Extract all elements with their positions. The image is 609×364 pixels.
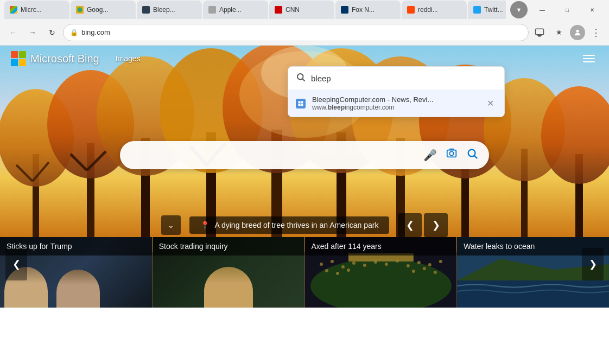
tab-apple[interactable]: Apple... (203, 1, 268, 19)
svg-line-66 (302, 79, 304, 81)
maximize-button[interactable]: □ (555, 0, 580, 20)
tab-cnn[interactable]: CNN (269, 1, 334, 19)
visual-search-button[interactable] (443, 145, 460, 164)
face-right (56, 270, 100, 308)
ms-logo-yellow (19, 59, 26, 66)
search-input[interactable] (129, 149, 417, 161)
reload-button[interactable]: ↻ (43, 24, 61, 41)
bing-logo-text: Microsoft Bing (30, 53, 99, 65)
svg-rect-1 (538, 34, 541, 35)
suggestion-url: www.bleepingcomputer.com (312, 104, 477, 111)
autocomplete-suggestion[interactable]: BleepingComputer.com - News, Revi... www… (288, 90, 504, 117)
tab-label-twitter: Twitt... (484, 6, 503, 14)
address-text: bing.com (81, 28, 522, 36)
tab-label-google: Goog... (87, 6, 108, 14)
tab-bleeping[interactable]: Bleep... (137, 1, 202, 19)
svg-point-38 (449, 151, 453, 155)
carousel-prev-caption[interactable]: ❮ (398, 213, 422, 237)
carousel-prev-button[interactable]: ❮ (5, 248, 27, 280)
ms-logo-green (19, 51, 26, 58)
address-bar-row: ← → ↻ 🔒 bing.com ★ ⋮ (0, 20, 609, 46)
tab-favicon-reddit (407, 6, 415, 14)
svg-point-65 (297, 74, 303, 80)
browser-window: Micrc... Goog... Bleep... Apple... CNN F… (0, 0, 609, 308)
tab-favicon-fox (341, 6, 348, 14)
svg-rect-0 (536, 29, 544, 35)
svg-rect-68 (301, 101, 303, 103)
bing-logo: Microsoft Bing (11, 51, 99, 66)
news-card-stock[interactable]: Stock trading inquiry (153, 237, 305, 308)
favorites-button[interactable]: ★ (550, 24, 568, 41)
suggestion-favicon (296, 99, 306, 108)
suggestion-text: BleepingComputer.com - News, Revi... www… (312, 95, 477, 111)
window-controls: — □ ✕ (530, 0, 605, 20)
tab-list-dropdown[interactable]: ▼ (510, 1, 528, 18)
autocomplete-search-row (288, 67, 504, 90)
menu-button[interactable]: ⋮ (587, 24, 605, 41)
suggestion-url-rest: ingcomputer.com (345, 104, 394, 111)
tab-reddit[interactable]: reddi... (402, 1, 467, 19)
suggestion-url-bold: bleep (328, 104, 345, 111)
tab-favicon-twitter (473, 6, 481, 14)
location-icon: 📍 (200, 221, 210, 229)
address-bar[interactable]: 🔒 bing.com (63, 24, 529, 41)
voice-search-button[interactable]: 🎤 (421, 146, 439, 164)
news-card-baseball[interactable]: Axed after 114 years (305, 237, 458, 308)
tab-favicon-microsoft (10, 6, 17, 14)
caption-bar: ⌄ 📍 A dying breed of tree thrives in an … (0, 213, 609, 237)
hamburger-line-2 (583, 58, 595, 59)
tab-favicon-apple (208, 6, 216, 14)
carousel-next-button[interactable]: ❯ (582, 248, 604, 280)
autocomplete-search-input[interactable] (311, 74, 497, 83)
svg-rect-69 (299, 104, 301, 106)
ms-logo-blue (11, 59, 18, 66)
carousel-next-caption[interactable]: ❯ (424, 213, 448, 237)
svg-line-40 (474, 156, 477, 158)
suggestion-title: BleepingComputer.com - News, Revi... (312, 95, 477, 104)
close-button[interactable]: ✕ (580, 0, 605, 20)
search-submit-button[interactable] (464, 145, 480, 164)
suggestion-close-button[interactable]: ✕ (484, 97, 497, 110)
tab-label-reddit: reddi... (418, 6, 438, 14)
news-card-title-3: Axed after 114 years (305, 237, 457, 256)
caption-location-text: A dying breed of tree thrives in an Amer… (215, 221, 379, 229)
svg-point-3 (576, 29, 579, 32)
autocomplete-dropdown: BleepingComputer.com - News, Revi... www… (288, 66, 505, 117)
tab-fox[interactable]: Fox N... (335, 1, 401, 19)
news-cards: Sticks up for Trump Stock trading inquir… (0, 237, 609, 308)
back-button[interactable]: ← (4, 24, 22, 41)
minimize-button[interactable]: — (530, 0, 555, 20)
tab-google[interactable]: Goog... (71, 1, 136, 19)
caption-text-box: 📍 A dying breed of tree thrives in an Am… (189, 216, 390, 234)
tab-label-fox: Fox N... (352, 6, 375, 14)
search-box: 🎤 (120, 141, 489, 169)
nav-link-images[interactable]: Images (116, 54, 141, 63)
title-bar: Micrc... Goog... Bleep... Apple... CNN F… (0, 0, 609, 20)
profile-button[interactable] (570, 25, 585, 40)
tab-twitter[interactable]: Twitt... (468, 1, 506, 19)
tab-label-cnn: CNN (286, 6, 300, 14)
svg-rect-70 (301, 104, 303, 106)
forward-button[interactable]: → (24, 24, 41, 41)
ms-logo-red (11, 51, 18, 58)
hamburger-line-3 (583, 61, 595, 62)
hamburger-menu[interactable] (580, 52, 598, 66)
tab-bar: Micrc... Goog... Bleep... Apple... CNN F… (4, 1, 506, 19)
tab-microsoft[interactable]: Micrc... (4, 1, 69, 19)
autocomplete-search-icon (296, 72, 306, 84)
tab-label-bleeping: Bleep... (153, 6, 175, 14)
tab-favicon-cnn (275, 6, 282, 14)
svg-point-39 (468, 150, 475, 157)
tab-favicon-google (76, 6, 84, 14)
hamburger-line-1 (583, 55, 595, 56)
bing-nav-right (580, 52, 598, 66)
search-box-container: 🎤 (120, 141, 489, 169)
screen-cast-button[interactable] (531, 24, 548, 41)
tab-label-microsoft: Micrc... (21, 6, 42, 14)
svg-rect-67 (299, 101, 301, 103)
tab-favicon-bleeping (142, 6, 150, 14)
tab-label-apple: Apple... (219, 6, 242, 14)
caption-toggle-button[interactable]: ⌄ (161, 215, 181, 235)
news-card-title-2: Stock trading inquiry (153, 237, 304, 256)
bing-nav-links: Images (116, 54, 141, 63)
